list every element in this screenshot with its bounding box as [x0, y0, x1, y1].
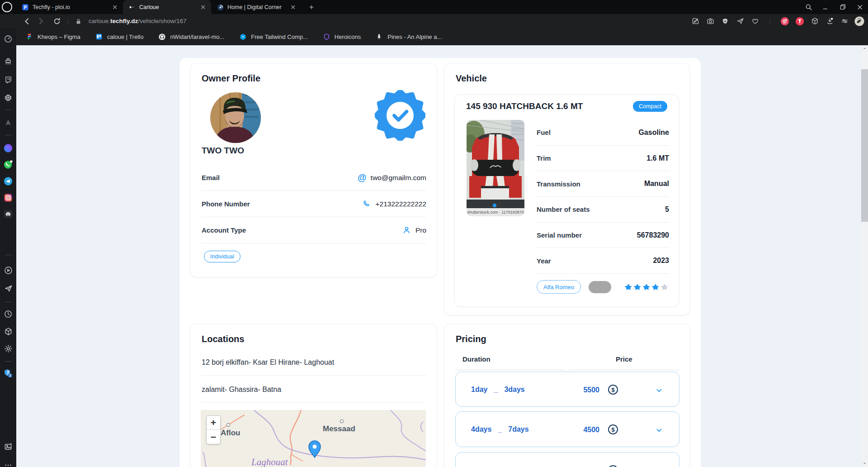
sidebar-play-circle-icon[interactable] — [3, 265, 13, 275]
brand-badge[interactable]: Alfa Romeo — [537, 280, 581, 294]
sidebar-image-gen-icon[interactable] — [3, 441, 13, 451]
ploi-favicon-icon: P — [22, 4, 29, 11]
column-header-price: Price — [616, 355, 632, 363]
tab-close-icon[interactable]: ✕ — [199, 4, 207, 11]
pricing-row[interactable]: $ — [455, 452, 679, 467]
vehicle-title: Vehicle — [456, 73, 487, 84]
reload-icon[interactable] — [51, 15, 63, 27]
sidebar-messenger-icon[interactable] — [3, 143, 13, 153]
spec-row: Fuel Gasoline — [537, 120, 669, 146]
pin-edit-icon[interactable] — [690, 16, 700, 26]
url-field[interactable]: carloue.techfly.dz/vehicle/show/167 — [89, 14, 187, 28]
bookmark-item[interactable]: caloue | Trello — [95, 33, 144, 41]
forward-icon[interactable] — [35, 15, 47, 27]
browser-tab[interactable]: Carloue ✕ — [123, 0, 211, 14]
browser-tab[interactable]: Home | Digital Corner ✕ — [211, 0, 301, 14]
spec-value: 56783290 — [637, 231, 669, 239]
map[interactable]: Aflou Messaad Laghouat + − — [201, 410, 426, 467]
sidebar-telegram-icon[interactable] — [3, 176, 13, 186]
individual-badge[interactable]: Individual — [204, 251, 241, 262]
pricing-row[interactable]: 1day_3days 5500 $ — [455, 372, 679, 407]
close-icon[interactable] — [855, 3, 864, 12]
minimize-icon[interactable] — [821, 3, 830, 12]
tab-close-icon[interactable]: ✕ — [111, 4, 118, 11]
scroll-down-icon[interactable]: ⌄ — [862, 459, 868, 465]
vehicle-rating-row: Alfa Romeo — [537, 280, 669, 294]
duration-range: 1day_3days — [471, 386, 525, 394]
download-icon[interactable] — [825, 16, 835, 26]
spec-label: Trim — [537, 154, 551, 162]
sidebar-discord-icon[interactable] — [3, 209, 13, 219]
profile-avatar-icon[interactable] — [854, 16, 864, 26]
send-plane-icon[interactable] — [735, 16, 745, 26]
chevron-down-icon[interactable] — [655, 426, 663, 434]
restore-icon[interactable] — [838, 3, 847, 12]
vehicle-card: Vehicle 145 930 HATCHBACK 1.6 MT Compact — [444, 63, 690, 315]
sidebar-divider — [5, 361, 11, 362]
extension-cube-icon[interactable] — [810, 16, 820, 26]
verified-badge-icon — [375, 90, 425, 141]
dots-separator-icon[interactable] — [765, 16, 775, 26]
sidebar-whatsapp-icon[interactable] — [3, 159, 13, 169]
scrollbar-thumb[interactable] — [861, 69, 868, 222]
bookmark-item[interactable]: nWidart/laravel-mo... — [158, 33, 224, 41]
browser-tab[interactable]: P Techfly - ploi.io ✕ — [16, 0, 123, 14]
sidebar-shield-2-icon[interactable]: 2 — [3, 368, 13, 378]
sidebar-more-horizontal-icon[interactable] — [3, 460, 13, 467]
search-icon[interactable] — [804, 3, 813, 12]
column-header-duration: Duration — [462, 355, 491, 363]
back-icon[interactable] — [21, 15, 33, 27]
map-label: Messaad — [323, 424, 355, 433]
spec-row: Serial number 56783290 — [537, 223, 669, 248]
map-label: Aflou — [221, 429, 240, 437]
sidebar-cube3d-icon[interactable] — [3, 326, 13, 336]
sidebar-chip-icon[interactable] — [3, 93, 13, 103]
pricing-row[interactable]: 4days_7days 4500 $ — [455, 411, 679, 447]
address-item: zalamit- Ghassira- Batna — [202, 386, 426, 394]
bookmark-item[interactable]: Kheops – Figma — [26, 33, 80, 41]
heart-icon[interactable] — [750, 16, 760, 26]
spec-label: Serial number — [537, 231, 582, 239]
bookmark-item[interactable]: Pines - An Alpine a... — [376, 33, 442, 41]
star-filled-icon — [642, 283, 651, 291]
sidebar-gauge-icon[interactable] — [3, 34, 13, 44]
vehicle-photo[interactable]: shutterstock.com · 1170193870 — [467, 120, 524, 216]
sidebar-clock-icon[interactable] — [3, 309, 13, 319]
sidebar-arrow-logo-icon[interactable] — [3, 118, 13, 128]
sidebar-divider — [5, 110, 11, 110]
spec-row: Year 2023 — [537, 248, 669, 274]
scroll-up-icon[interactable]: ⌃ — [862, 47, 868, 52]
scrollbar[interactable]: ⌃ ⌄ — [861, 45, 868, 467]
spec-row: Trim 1.6 MT — [537, 146, 669, 172]
bookmark-item[interactable]: Free Tailwind Comp... — [239, 33, 307, 41]
lock-icon[interactable] — [72, 15, 84, 27]
owner-field-row: Phone Number +213222222222 — [202, 191, 426, 217]
toolbar-right-icons — [690, 14, 864, 28]
spec-value: Gasoline — [638, 129, 669, 137]
map-zoom-out-button[interactable]: − — [207, 430, 220, 444]
bookmark-item[interactable]: Heroicons — [323, 33, 361, 41]
sidebar-twitch-icon[interactable] — [3, 75, 13, 85]
field-value: Pro — [402, 225, 426, 235]
vehicle-category-badge[interactable]: Compact — [633, 101, 667, 112]
new-tab-button[interactable]: + — [307, 2, 316, 12]
shield-check-icon[interactable] — [720, 16, 730, 26]
opera-logo-icon[interactable] — [2, 2, 12, 12]
snapshot-camera-icon[interactable] — [705, 16, 715, 26]
spec-label: Transmission — [537, 180, 580, 188]
chevron-down-icon[interactable] — [655, 386, 663, 395]
panel-tuner-icon[interactable] — [840, 16, 849, 26]
spec-row: Transmission Manual — [537, 171, 669, 197]
red-badge-mark-icon[interactable] — [795, 16, 805, 26]
star-filled-icon — [651, 283, 660, 291]
tab-close-icon[interactable]: ✕ — [289, 4, 297, 11]
sidebar-broom-icon[interactable] — [3, 57, 13, 67]
sidebar-instagram-icon[interactable] — [3, 193, 13, 203]
red-badge-stripes-icon[interactable] — [780, 16, 790, 26]
browser-sidebar: 2 — [0, 28, 16, 467]
bookmark-label: Pines - An Alpine a... — [387, 33, 442, 40]
sidebar-gear-icon[interactable] — [3, 343, 13, 353]
field-label: Email — [202, 174, 220, 181]
map-zoom-in-button[interactable]: + — [207, 416, 220, 430]
sidebar-paper-plane-icon[interactable] — [3, 283, 13, 293]
